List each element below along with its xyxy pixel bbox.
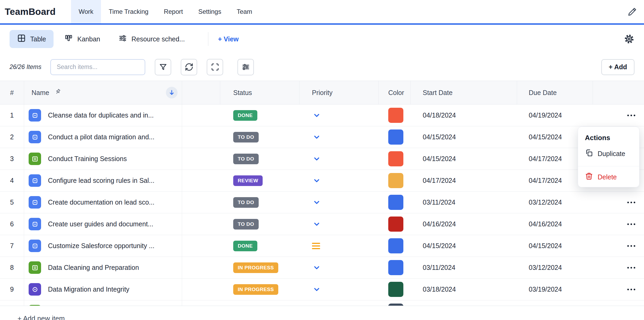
add-item-button[interactable]: + Add: [601, 59, 634, 75]
priority-cell[interactable]: [299, 257, 379, 278]
start-date-cell[interactable]: 04/15/2024: [411, 148, 517, 170]
priority-cell[interactable]: [299, 235, 379, 257]
due-date-cell[interactable]: 04/15/2024: [517, 235, 593, 257]
refresh-button[interactable]: [181, 59, 197, 75]
color-swatch[interactable]: [388, 217, 403, 232]
table-row[interactable]: 8 Data Cleaning and Preparation IN PROGR…: [0, 257, 644, 279]
add-view-button[interactable]: + View: [218, 35, 239, 43]
item-name-cell[interactable]: [24, 300, 182, 306]
menu-item-delete[interactable]: Delete: [578, 166, 639, 183]
nav-tab-work[interactable]: Work: [71, 0, 101, 23]
row-actions-button[interactable]: [626, 265, 637, 271]
color-swatch[interactable]: [388, 195, 403, 210]
start-date-cell[interactable]: 03/11/2024: [411, 257, 517, 278]
item-name-cell[interactable]: Customize Salesforce opportunity ...: [24, 235, 182, 257]
color-swatch[interactable]: [388, 108, 403, 123]
status-badge[interactable]: DONE: [233, 110, 257, 121]
priority-cell[interactable]: [299, 192, 379, 213]
priority-cell[interactable]: [299, 105, 379, 126]
table-row[interactable]: 7 Customize Salesforce opportunity ... D…: [0, 235, 644, 257]
item-name-cell[interactable]: Data Cleaning and Preparation: [24, 257, 182, 278]
start-date-cell[interactable]: 04/15/2024: [411, 126, 517, 148]
priority-cell[interactable]: [299, 148, 379, 170]
column-header-start-date[interactable]: Start Date: [411, 81, 517, 104]
status-badge[interactable]: TO DO: [233, 132, 259, 142]
column-header-priority[interactable]: Priority: [299, 81, 379, 104]
due-date-cell[interactable]: 03/12/2024: [517, 257, 593, 278]
start-date-cell[interactable]: 04/15/2024: [411, 235, 517, 257]
column-header-name[interactable]: Name: [24, 81, 182, 104]
start-date-cell[interactable]: 03/11/2024: [411, 192, 517, 213]
view-tab-kanban[interactable]: Kanban: [57, 30, 108, 48]
gear-icon[interactable]: [624, 34, 634, 44]
row-actions-button[interactable]: [626, 200, 637, 205]
status-badge[interactable]: REVIEW: [233, 175, 263, 186]
column-header-due-date[interactable]: Due Date: [517, 81, 593, 104]
nav-tab-settings[interactable]: Settings: [191, 0, 229, 23]
table-row[interactable]: 5 Create documentation on lead sco... TO…: [0, 192, 644, 213]
nav-tab-team[interactable]: Team: [229, 0, 260, 23]
row-actions-button[interactable]: [626, 243, 637, 249]
table-row[interactable]: 2 Conduct a pilot data migration and... …: [0, 126, 644, 148]
table-row[interactable]: 1 Cleanse data for duplicates and in... …: [0, 105, 644, 126]
item-name-cell[interactable]: Create user guides and document...: [24, 213, 182, 235]
start-date-cell[interactable]: [411, 300, 517, 306]
row-actions-button[interactable]: [626, 221, 637, 227]
due-date-cell[interactable]: 03/19/2024: [517, 279, 593, 300]
row-actions-button[interactable]: [626, 113, 637, 118]
color-swatch[interactable]: [388, 260, 403, 275]
status-badge[interactable]: TO DO: [233, 219, 259, 230]
priority-cell[interactable]: [299, 170, 379, 191]
start-date-cell[interactable]: 04/16/2024: [411, 213, 517, 235]
item-name-cell[interactable]: Cleanse data for duplicates and in...: [24, 105, 182, 126]
color-swatch[interactable]: [388, 238, 403, 253]
item-name-cell[interactable]: Conduct Training Sessions: [24, 148, 182, 170]
column-header-number[interactable]: #: [0, 81, 24, 104]
status-badge[interactable]: DONE: [233, 241, 257, 251]
search-input[interactable]: [50, 59, 145, 75]
column-header-status[interactable]: Status: [220, 81, 299, 104]
item-name-cell[interactable]: Conduct a pilot data migration and...: [24, 126, 182, 148]
filter-button[interactable]: [155, 59, 171, 75]
menu-item-duplicate[interactable]: Duplicate: [578, 147, 639, 160]
priority-cell[interactable]: [299, 279, 379, 300]
table-row[interactable]: 10 TO DO: [0, 300, 644, 306]
status-badge[interactable]: TO DO: [233, 154, 259, 164]
table-row[interactable]: 4 Configure lead scoring rules in Sal...…: [0, 170, 644, 192]
table-row[interactable]: 3 Conduct Training Sessions TO DO 04/15/…: [0, 148, 644, 170]
fullscreen-button[interactable]: [207, 59, 223, 75]
view-tab-resource-schedule[interactable]: Resource sched...: [111, 30, 192, 48]
color-swatch[interactable]: [388, 129, 403, 145]
table-row[interactable]: 6 Create user guides and document... TO …: [0, 213, 644, 235]
color-swatch[interactable]: [388, 304, 403, 306]
start-date-cell[interactable]: 03/18/2024: [411, 279, 517, 300]
nav-tab-time-tracking[interactable]: Time Tracking: [101, 0, 156, 23]
status-badge[interactable]: TO DO: [233, 197, 259, 208]
color-swatch[interactable]: [388, 173, 403, 188]
status-badge[interactable]: IN PROGRESS: [233, 284, 278, 295]
table-row[interactable]: 9 Data Migration and Integrity IN PROGRE…: [0, 279, 644, 300]
priority-cell[interactable]: [299, 126, 379, 148]
start-date-cell[interactable]: 04/18/2024: [411, 105, 517, 126]
start-date-cell[interactable]: 04/17/2024: [411, 170, 517, 191]
view-tab-table[interactable]: Table: [10, 30, 54, 48]
color-swatch[interactable]: [388, 151, 403, 166]
status-badge[interactable]: IN PROGRESS: [233, 262, 278, 273]
row-actions-button[interactable]: [626, 287, 637, 292]
due-date-cell[interactable]: [517, 300, 593, 306]
item-name-cell[interactable]: Create documentation on lead sco...: [24, 192, 182, 213]
item-name-cell[interactable]: Configure lead scoring rules in Sal...: [24, 170, 182, 191]
add-new-item-row[interactable]: + Add new item: [0, 306, 644, 320]
due-date-cell[interactable]: 04/19/2024: [517, 105, 593, 126]
due-date-cell[interactable]: 04/16/2024: [517, 213, 593, 235]
edit-icon[interactable]: [628, 0, 644, 23]
nav-tab-report[interactable]: Report: [156, 0, 191, 23]
priority-cell[interactable]: [299, 300, 379, 306]
color-swatch[interactable]: [388, 282, 403, 297]
due-date-cell[interactable]: 03/12/2024: [517, 192, 593, 213]
column-header-color[interactable]: Color: [379, 81, 411, 104]
priority-cell[interactable]: [299, 213, 379, 235]
sort-descending-icon[interactable]: [166, 87, 178, 98]
view-settings-button[interactable]: [237, 59, 254, 75]
item-name-cell[interactable]: Data Migration and Integrity: [24, 279, 182, 300]
